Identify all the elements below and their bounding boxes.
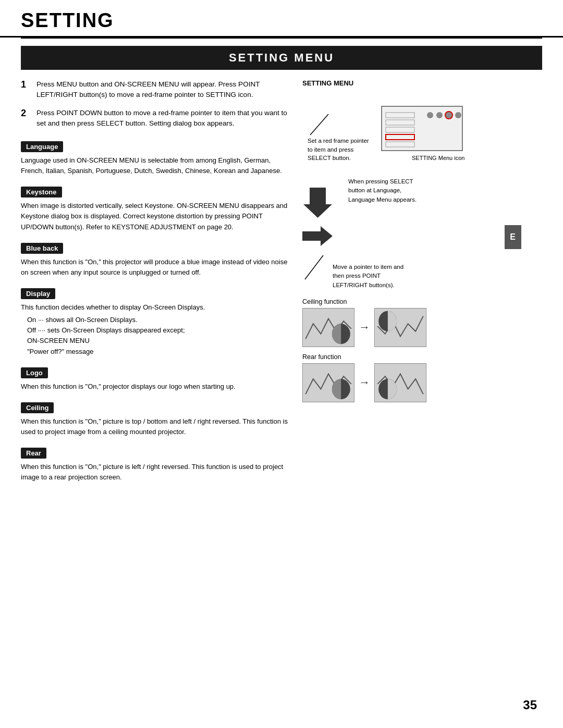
main-content: 1 Press MENU button and ON-SCREEN MENU w… (0, 79, 563, 488)
svg-point-10 (455, 112, 461, 118)
step-1: 1 Press MENU button and ON-SCREEN MENU w… (21, 79, 292, 101)
svg-line-14 (305, 255, 323, 279)
language-label: Language (21, 141, 63, 152)
svg-point-8 (436, 112, 443, 118)
ceiling-before-diagram (302, 308, 354, 347)
ceiling-diagram-row: → (302, 308, 500, 347)
rear-label: Rear (21, 448, 46, 459)
rear-desc: When this function is "On," picture is l… (21, 462, 292, 483)
blueback-label: Blue back (21, 243, 63, 254)
blueback-section: Blue back When this function is "On," th… (21, 238, 292, 278)
step-2: 2 Press POINT DOWN button to move a red-… (21, 108, 292, 129)
step-2-text: Press POINT DOWN button to move a red-fr… (36, 108, 292, 129)
step-1-text: Press MENU button and ON-SCREEN MENU wil… (36, 79, 292, 101)
down-arrow-icon (303, 188, 332, 218)
keystone-desc: When image is distorted vertically, sele… (21, 201, 292, 232)
display-section: Display This function decides whether to… (21, 283, 292, 357)
language-section: Language Language used in ON-SCREEN MENU… (21, 136, 292, 176)
svg-point-7 (427, 112, 433, 118)
page-number: 35 (523, 698, 537, 712)
display-extra: On ··· shows all On-Screen Displays. Off… (27, 315, 292, 357)
blueback-desc: When this function is "On," this project… (21, 257, 292, 278)
logo-label: Logo (21, 367, 48, 378)
ceiling-after-svg (375, 309, 426, 347)
section-bar: SETTING MENU (21, 46, 542, 70)
rear-function-label: Rear function (302, 353, 500, 361)
rear-arrow-icon: → (359, 376, 370, 389)
arrows-area: When pressing SELECT button at Language,… (302, 172, 500, 246)
ceiling-diagrams: Ceiling function (302, 298, 500, 402)
right-arrow-icon (302, 226, 333, 246)
display-desc: This function decides whether to display… (21, 302, 292, 313)
ceiling-arrow-icon: → (359, 320, 370, 334)
page-header: SETTING (0, 0, 563, 38)
pointer-line-icon (308, 113, 336, 137)
ceiling-desc: When this function is "On," picture is t… (21, 416, 292, 437)
annotation4-text: Move a pointer to item and then press PO… (333, 263, 403, 290)
rear-before-diagram (302, 363, 354, 402)
ceiling-function-label: Ceiling function (302, 298, 500, 305)
page-title: SETTING (21, 9, 114, 31)
logo-desc: When this function is "On," projector di… (21, 381, 292, 392)
right-column: E SETTING MENU Set a red frame pointer t… (302, 79, 500, 488)
language-desc: Language used in ON-SCREEN MENU is selec… (21, 155, 292, 176)
step-2-number: 2 (21, 108, 31, 129)
ceiling-section: Ceiling When this function is "On," pict… (21, 397, 292, 437)
svg-point-9 (446, 112, 452, 118)
annotation3-text: When pressing SELECT button at Language,… (348, 177, 417, 204)
rear-diagram-row: → (302, 363, 500, 402)
setting-menu-diagram (381, 105, 464, 152)
step-1-number: 1 (21, 79, 31, 101)
keystone-section: Keystone When image is distorted vertica… (21, 181, 292, 232)
rear-before-svg (303, 364, 354, 402)
annotation2-text: SETTING Menu icon (412, 155, 464, 161)
keystone-label: Keystone (21, 187, 62, 198)
logo-section: Logo When this function is "On," project… (21, 362, 292, 392)
ceiling-label: Ceiling (21, 402, 54, 413)
rear-after-diagram (374, 363, 426, 402)
display-label: Display (21, 288, 55, 299)
rear-section: Rear When this function is "On," picture… (21, 442, 292, 483)
ceiling-after-diagram (374, 308, 426, 347)
annotation1-text: Set a red frame pointer to item and pres… (308, 137, 370, 163)
rc-setting-menu-title: SETTING MENU (302, 79, 500, 87)
pointer-line2-icon (302, 254, 328, 280)
svg-line-0 (310, 114, 328, 135)
ceiling-before-svg (303, 309, 354, 347)
left-column: 1 Press MENU button and ON-SCREEN MENU w… (21, 79, 292, 488)
rear-after-svg (375, 364, 426, 402)
svg-marker-12 (303, 188, 332, 218)
svg-marker-13 (302, 226, 333, 246)
side-tab-e: E (505, 225, 521, 249)
